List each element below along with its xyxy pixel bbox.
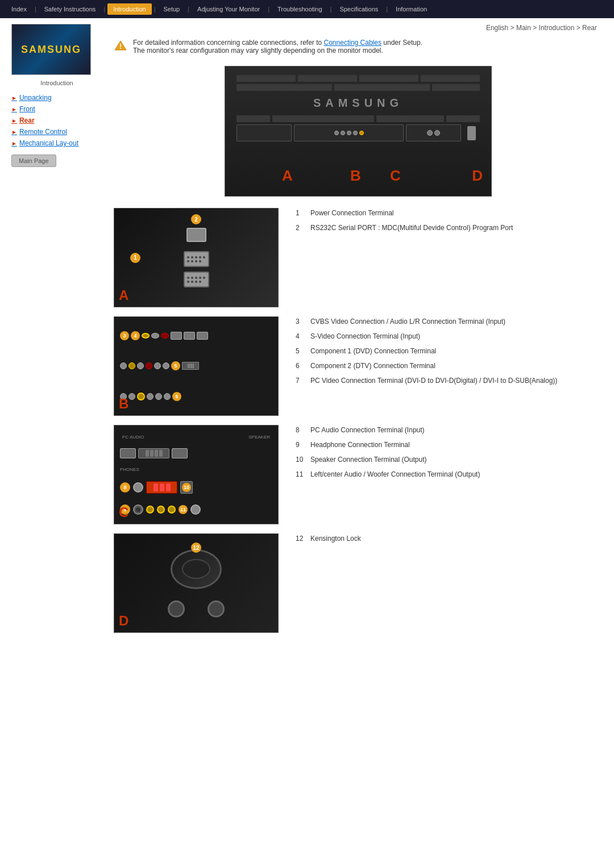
section-image-c: PC AUDIO SPEAKER: [114, 425, 284, 524]
sidebar: SAMSUNG Introduction ► Unpacking ► Front…: [11, 24, 102, 633]
info-text: For detailed information concerning cabl…: [133, 39, 422, 55]
desc-text-11: Left/center Audio / Woofer Connection Te…: [310, 469, 603, 479]
sidebar-item-unpacking[interactable]: ► Unpacking: [11, 92, 102, 103]
main-page-button[interactable]: Main Page: [11, 155, 56, 167]
desc-num-4: 4: [296, 331, 306, 341]
num-badge-1: 1: [130, 253, 140, 263]
label-c: C: [390, 167, 401, 185]
arrow-icon: ►: [11, 118, 17, 124]
info-text-before: For detailed information concerning cabl…: [133, 39, 322, 47]
desc-item-9: 9 Headphone Connection Terminal: [296, 440, 603, 450]
section-letter-c: C: [119, 504, 128, 520]
arrow-icon: ►: [11, 106, 17, 112]
desc-list-c: 8 PC Audio Connection Terminal (Input) 9…: [296, 425, 603, 484]
detail-sections: 2 1: [114, 208, 603, 633]
desc-text-8: PC Audio Connection Terminal (Input): [310, 425, 603, 435]
desc-text-6: Component 2 (DTV) Connection Terminal: [310, 361, 603, 371]
desc-item-3: 3 CVBS Video Connection / Audio L/R Conn…: [296, 316, 603, 327]
info-text2: under Setup.: [383, 39, 422, 47]
desc-text-3: CVBS Video Connection / Audio L/R Connec…: [310, 316, 603, 327]
section-c-visual: PC AUDIO SPEAKER: [114, 425, 278, 524]
desc-num-8: 8: [296, 425, 306, 435]
section-img-box-d: 12 D: [114, 533, 279, 633]
section-letter-b: B: [119, 396, 128, 412]
desc-item-10: 10 Speaker Connection Terminal (Output): [296, 454, 603, 465]
section-b-visual: 3 4: [114, 317, 278, 415]
info-text3: The monitor's rear configuration may var…: [133, 47, 383, 55]
nav-troubleshooting[interactable]: Troubleshooting: [272, 3, 327, 15]
desc-text-4: S-Video Connection Terminal (Input): [310, 331, 603, 341]
sidebar-item-remote[interactable]: ► Remote Control: [11, 126, 102, 137]
label-a: A: [282, 167, 293, 185]
arrow-icon: ►: [11, 140, 17, 147]
desc-num-1: 1: [296, 208, 306, 218]
desc-item-2: 2 RS232C Serial PORT : MDC(Multiful Devi…: [296, 223, 603, 233]
sidebar-label-unpacking: Unpacking: [19, 94, 52, 102]
monitor-back-visual: SAMSUNG: [225, 66, 491, 196]
sidebar-label-rear: Rear: [19, 116, 35, 124]
nav-specifications[interactable]: Specifications: [334, 3, 384, 15]
nav-introduction[interactable]: Introduction: [107, 3, 151, 15]
sidebar-label-front: Front: [19, 105, 35, 113]
arrow-icon: ►: [11, 129, 17, 135]
de9-port-1: [184, 251, 209, 267]
desc-item-7: 7 PC Video Connection Terminal (DVI-D to…: [296, 375, 603, 386]
sidebar-label-mechanical: Mechanical Lay-out: [19, 139, 78, 147]
section-row-c: PC AUDIO SPEAKER: [114, 425, 603, 524]
label-b: B: [350, 167, 361, 185]
section-row-a: 2 1: [114, 208, 603, 307]
desc-item-8: 8 PC Audio Connection Terminal (Input): [296, 425, 603, 435]
desc-text-2: RS232C Serial PORT : MDC(Multiful Devide…: [310, 223, 603, 233]
sidebar-section-label: Introduction: [11, 80, 102, 86]
desc-text-1: Power Connection Terminal: [310, 208, 603, 218]
desc-num-3: 3: [296, 316, 306, 327]
desc-item-5: 5 Component 1 (DVD) Connection Terminal: [296, 346, 603, 356]
sidebar-item-front[interactable]: ► Front: [11, 103, 102, 115]
nav-information[interactable]: Information: [390, 3, 433, 15]
section-image-d: 12 D: [114, 533, 284, 633]
desc-text-9: Headphone Connection Terminal: [310, 440, 603, 450]
content-area: English > Main > Introduction > Rear ! F…: [114, 24, 603, 633]
section-img-box-c: PC AUDIO SPEAKER: [114, 425, 279, 524]
desc-item-12: 12 Kensington Lock: [296, 533, 603, 544]
section-image-b: 3 4: [114, 316, 284, 416]
connecting-cables-link[interactable]: Connecting Cables: [324, 39, 381, 47]
monitor-overview-image: SAMSUNG: [225, 66, 492, 197]
info-icon: !: [114, 39, 127, 52]
desc-list-d: 12 Kensington Lock: [296, 533, 603, 548]
desc-num-12: 12: [296, 533, 306, 544]
nav-adjusting[interactable]: Adjusting Your Monitor: [192, 3, 265, 15]
desc-text-5: Component 1 (DVD) Connection Terminal: [310, 346, 603, 356]
section-img-box-b: 3 4: [114, 316, 279, 416]
breadcrumb: English > Main > Introduction > Rear: [114, 24, 603, 32]
navigation-bar: Index | Safety Instructions | Introducti…: [0, 0, 614, 18]
desc-num-11: 11: [296, 469, 306, 479]
label-d: D: [472, 167, 483, 185]
section-row-b: 3 4: [114, 316, 603, 416]
svg-text:!: !: [119, 43, 122, 51]
desc-text-10: Speaker Connection Terminal (Output): [310, 454, 603, 465]
desc-num-2: 2: [296, 223, 306, 233]
sidebar-label-remote: Remote Control: [19, 128, 67, 136]
sidebar-item-mechanical[interactable]: ► Mechanical Lay-out: [11, 137, 102, 149]
arrow-icon: ►: [11, 95, 17, 101]
desc-text-12: Kensington Lock: [310, 533, 603, 544]
section-row-d: 12 D: [114, 533, 603, 633]
desc-item-1: 1 Power Connection Terminal: [296, 208, 603, 218]
logo-text: SAMSUNG: [21, 44, 81, 56]
main-layout: SAMSUNG Introduction ► Unpacking ► Front…: [0, 18, 614, 639]
nav-safety[interactable]: Safety Instructions: [39, 3, 102, 15]
section-letter-a: A: [119, 287, 128, 303]
desc-text-7: PC Video Connection Terminal (DVI-D to D…: [310, 375, 603, 386]
nav-index[interactable]: Index: [6, 3, 32, 15]
nav-setup[interactable]: Setup: [157, 3, 185, 15]
info-box: ! For detailed information concerning ca…: [114, 39, 603, 55]
desc-item-4: 4 S-Video Connection Terminal (Input): [296, 331, 603, 341]
sidebar-item-rear[interactable]: ► Rear: [11, 115, 102, 126]
desc-list-a: 1 Power Connection Terminal 2 RS232C Ser…: [296, 208, 603, 237]
section-letter-d: D: [119, 613, 128, 629]
sidebar-logo: SAMSUNG: [11, 24, 91, 75]
desc-num-9: 9: [296, 440, 306, 450]
num-badge-12: 12: [191, 542, 201, 553]
de9-port-2: [184, 272, 209, 287]
